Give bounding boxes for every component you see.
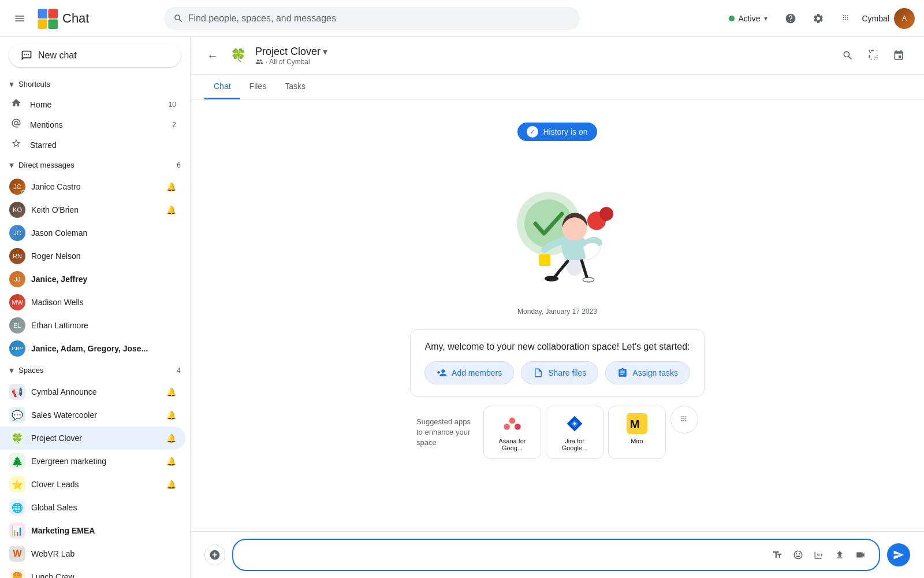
dm-item[interactable]: JC Jason Coleman <box>0 221 185 244</box>
search-input[interactable] <box>188 13 571 24</box>
suggested-apps-label: Suggested apps to enhance your space <box>416 417 474 449</box>
space-icon: 🍔 <box>9 569 25 578</box>
top-header: Chat Active ▾ Cymbal A <box>0 0 924 37</box>
status-button[interactable]: Active ▾ <box>722 10 774 27</box>
dm-item[interactable]: RN Roger Nelson <box>0 244 185 268</box>
user-avatar[interactable]: A <box>894 8 915 29</box>
emoji-button[interactable] <box>789 546 807 564</box>
thread-button[interactable] <box>887 44 910 67</box>
nav-item-starred[interactable]: Starred <box>0 135 185 155</box>
main-body: New chat ▾ Shortcuts Home 10 Mentions 2 … <box>0 37 924 578</box>
space-item-marketing-emea[interactable]: 📊 Marketing EMEA <box>0 519 185 542</box>
tab-tasks[interactable]: Tasks <box>275 75 315 99</box>
dm-avatar: JJ <box>9 271 25 287</box>
dm-avatar: EL <box>9 317 25 334</box>
space-item-lunch-crew[interactable]: 🍔 Lunch Crew <box>0 565 185 578</box>
spaces-header[interactable]: ▾ Spaces 4 <box>0 360 190 380</box>
space-item-webvr-lab[interactable]: W WebVR Lab <box>0 542 185 565</box>
message-input[interactable] <box>243 550 763 560</box>
bell-icon: 🔔 <box>166 387 176 397</box>
help-button[interactable] <box>779 7 802 30</box>
dm-item[interactable]: EL Ethan Lattimore <box>0 314 185 337</box>
app-grid: Asana for Goog... Jira for Google... <box>483 406 698 459</box>
space-icon: 🍀 <box>9 430 25 446</box>
starred-icon <box>9 138 23 151</box>
svg-point-13 <box>509 417 516 424</box>
add-attachment-button[interactable] <box>204 544 225 565</box>
space-header-name: Project Clover ▾ <box>255 46 829 58</box>
share-files-button[interactable]: Share files <box>521 361 598 384</box>
space-item-clover-leads[interactable]: ⭐ Clover Leads 🔔 <box>0 473 185 496</box>
space-item-evergreen[interactable]: 🌲 Evergreen marketing 🔔 <box>0 450 185 473</box>
nav-item-home[interactable]: Home 10 <box>0 94 185 114</box>
asana-name: Asana for Goog... <box>491 438 534 451</box>
dm-avatar: JC <box>9 179 25 195</box>
settings-button[interactable] <box>807 7 830 30</box>
app-miro[interactable]: M Miro <box>608 406 666 459</box>
direct-messages-header[interactable]: ▾ Direct messages 6 <box>0 155 190 175</box>
content-search-button[interactable] <box>836 44 859 67</box>
miro-name: Miro <box>631 438 643 444</box>
menu-button[interactable] <box>9 8 30 29</box>
space-name: Clover Leads <box>31 480 161 489</box>
svg-rect-2 <box>38 19 48 29</box>
dm-item[interactable]: MW Madison Wells <box>0 291 185 314</box>
format-text-button[interactable] <box>768 546 787 564</box>
space-name: Project Clover <box>31 433 161 443</box>
bell-icon: 🔔 <box>166 433 176 443</box>
dm-name: Janice, Adam, Gregory, Jose... <box>31 344 176 353</box>
upload-button[interactable] <box>830 546 849 564</box>
space-item-sales-watercooler[interactable]: 💬 Sales Watercooler 🔔 <box>0 403 185 427</box>
space-subtitle: · All of Cymbal <box>266 58 310 66</box>
message-input-box[interactable] <box>232 539 880 571</box>
dm-item[interactable]: GRP Janice, Adam, Gregory, Jose... <box>0 337 185 360</box>
space-header-sub: · All of Cymbal <box>255 58 829 66</box>
nav-starred-label: Starred <box>30 140 176 150</box>
space-name: Global Sales <box>31 503 176 512</box>
svg-point-8 <box>583 277 594 282</box>
assign-tasks-label: Assign tasks <box>632 368 678 377</box>
video-button[interactable] <box>851 546 870 564</box>
dm-avatar: MW <box>9 294 25 310</box>
space-icon: ⭐ <box>9 476 25 492</box>
back-button[interactable]: ← <box>204 47 221 65</box>
dm-item[interactable]: JC Janice Castro 🔔 <box>0 175 185 198</box>
space-item-global-sales[interactable]: 🌐 Global Sales <box>0 496 185 519</box>
svg-rect-1 <box>49 9 58 18</box>
dm-item[interactable]: KO Keith O'Brien 🔔 <box>0 198 185 221</box>
space-icon: 📢 <box>9 384 25 400</box>
sidebar: New chat ▾ Shortcuts Home 10 Mentions 2 … <box>0 37 191 578</box>
history-toggle[interactable]: ✓ History is on <box>517 123 597 141</box>
tab-chat[interactable]: Chat <box>204 75 240 99</box>
space-item-project-clover[interactable]: 🍀 Project Clover 🔔 <box>0 427 185 450</box>
more-apps-button[interactable] <box>670 406 698 433</box>
chevron-down-icon: ▾ <box>764 14 767 23</box>
content-area: ← 🍀 Project Clover ▾ · All of Cymbal <box>191 37 924 578</box>
app-logo: Chat <box>37 8 89 29</box>
dm-avatar: JC <box>9 225 25 241</box>
apps-button[interactable] <box>834 7 858 30</box>
search-bar[interactable] <box>164 7 580 30</box>
space-name: Sales Watercooler <box>31 410 161 420</box>
panel-toggle-button[interactable] <box>862 44 885 67</box>
svg-point-11 <box>599 207 613 221</box>
space-name: Marketing EMEA <box>31 526 176 535</box>
app-jira[interactable]: Jira for Google... <box>546 406 603 459</box>
search-icon <box>173 13 184 24</box>
jira-icon <box>564 413 585 434</box>
bell-icon: 🔔 <box>166 457 176 466</box>
nav-item-mentions[interactable]: Mentions 2 <box>0 114 185 135</box>
send-button[interactable] <box>887 543 910 566</box>
app-asana[interactable]: Asana for Goog... <box>483 406 541 459</box>
gif-button[interactable] <box>810 546 828 564</box>
shortcuts-header[interactable]: ▾ Shortcuts <box>0 74 190 94</box>
dm-item[interactable]: JJ Janice, Jeffrey <box>0 268 185 291</box>
space-item-cymbal-announce[interactable]: 📢 Cymbal Announce 🔔 <box>0 380 185 403</box>
assign-tasks-button[interactable]: Assign tasks <box>605 361 690 384</box>
dropdown-chevron-icon[interactable]: ▾ <box>323 46 327 57</box>
spaces-chevron: ▾ <box>9 365 14 376</box>
add-members-button[interactable]: Add members <box>424 361 514 384</box>
tab-files[interactable]: Files <box>240 75 276 99</box>
space-name: Lunch Crew <box>31 572 176 578</box>
new-chat-button[interactable]: New chat <box>9 44 181 67</box>
